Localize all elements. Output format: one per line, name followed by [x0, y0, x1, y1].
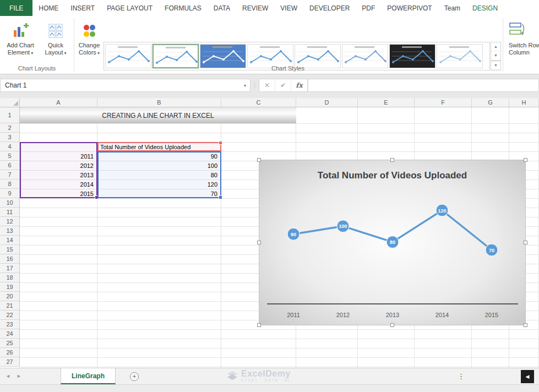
cell-b4-series-header[interactable]: Total Number of Videos Uploaded [99, 142, 220, 151]
sheet-nav-prev-icon[interactable]: ◄ [6, 373, 10, 379]
switch-row-column-button[interactable]: Switch Row/Column [505, 18, 539, 73]
column-header-D[interactable]: D [296, 98, 358, 107]
row-header-7[interactable]: 7 [0, 170, 20, 179]
column-header-F[interactable]: F [415, 98, 472, 107]
cell-a6-year[interactable]: 2012 [20, 161, 96, 170]
chart-canvas[interactable]: 20112012201320142015901008012070 [259, 160, 526, 326]
column-header-B[interactable]: B [97, 98, 221, 107]
chevron-down-icon: ▾ [31, 51, 33, 56]
scroll-left-button[interactable]: ◀ [521, 370, 534, 383]
row-header-12[interactable]: 12 [0, 217, 20, 226]
sheet-tab-linegraph[interactable]: LineGraph [61, 368, 116, 384]
row-header-6[interactable]: 6 [0, 161, 20, 170]
column-header-C[interactable]: C [221, 98, 296, 107]
chart-handle-bottom-right[interactable] [524, 323, 527, 327]
chart-handle-bottom-middle[interactable] [390, 323, 394, 327]
cell-b5-value[interactable]: 90 [97, 151, 220, 161]
cell-a7-year[interactable]: 2013 [20, 170, 96, 179]
row-header-24[interactable]: 24 [0, 329, 20, 339]
exceldemy-logo-icon [227, 371, 238, 381]
row-header-3[interactable]: 3 [0, 133, 20, 142]
cell-a9-year[interactable]: 2015 [20, 189, 96, 198]
row-header-8[interactable]: 8 [0, 179, 20, 189]
row-header-2[interactable]: 2 [0, 123, 20, 133]
row-header-26[interactable]: 26 [0, 348, 20, 357]
formula-bar-handle[interactable]: ⋮ [251, 79, 259, 92]
row-header-17[interactable]: 17 [0, 264, 20, 273]
tab-file[interactable]: FILE [0, 0, 32, 16]
row-header-20[interactable]: 20 [0, 292, 20, 301]
tab-insert[interactable]: INSERT [64, 0, 101, 16]
tab-pdf[interactable]: PDF [356, 0, 381, 16]
row-header-27[interactable]: 27 [0, 357, 20, 367]
group-label-chart-styles: Chart Styles [75, 65, 501, 72]
switch-row-column-label: Switch Row/ [509, 42, 539, 48]
insert-function-button[interactable]: fx [291, 79, 307, 91]
tab-home[interactable]: HOME [32, 0, 64, 16]
tab-view[interactable]: VIEW [274, 0, 303, 16]
column-header-H[interactable]: H [509, 98, 539, 107]
horizontal-scrollbar[interactable] [0, 384, 539, 392]
row-header-14[interactable]: 14 [0, 236, 20, 245]
chart-handle-bottom-left[interactable] [257, 323, 261, 327]
watermark-text: ExcelDemy [241, 369, 291, 378]
row-header-25[interactable]: 25 [0, 339, 20, 348]
ribbon: Add ChartElement▾ QuickLayout▾ [0, 16, 539, 74]
gallery-scroll-down-button[interactable]: ▼ [491, 51, 500, 60]
row-header-23[interactable]: 23 [0, 320, 20, 329]
excel-window: FILE HOME INSERT PAGE LAYOUT FORMULAS DA… [0, 0, 539, 392]
gallery-scroll-up-button[interactable]: ▲ [491, 42, 500, 51]
row-header-19[interactable]: 19 [0, 282, 20, 292]
name-box-dropdown-icon[interactable]: ▾ [244, 83, 250, 88]
tab-review[interactable]: REVIEW [236, 0, 274, 16]
select-all-button[interactable] [0, 98, 20, 107]
cell-a8-year[interactable]: 2014 [20, 179, 96, 189]
column-header-G[interactable]: G [472, 98, 509, 107]
formula-input[interactable] [308, 79, 539, 92]
chart-handle-top-right[interactable] [524, 158, 527, 162]
chart-object[interactable]: Total Number of Videos Uploaded 20112012… [259, 160, 526, 325]
row-header-11[interactable]: 11 [0, 208, 20, 217]
row-header-5[interactable]: 5 [0, 151, 20, 161]
chart-handle-middle-left[interactable] [257, 241, 261, 244]
gridline [20, 339, 539, 339]
row-header-4[interactable]: 4 [0, 142, 20, 151]
new-sheet-button[interactable]: + [130, 372, 139, 381]
cell-b6-value[interactable]: 100 [97, 161, 220, 170]
cell-title-a1[interactable]: CREATING A LINE CHART IN EXCEL [20, 107, 296, 123]
row-header-16[interactable]: 16 [0, 254, 20, 264]
column-header-E[interactable]: E [358, 98, 415, 107]
tab-data[interactable]: DATA [208, 0, 236, 16]
cell-a5-year[interactable]: 2011 [20, 151, 96, 161]
cell-b8-value[interactable]: 120 [97, 179, 220, 189]
row-header-1[interactable]: 1 [0, 107, 20, 123]
tab-page-layout[interactable]: PAGE LAYOUT [101, 0, 159, 16]
row-header-18[interactable]: 18 [0, 273, 20, 282]
tab-formulas[interactable]: FORMULAS [159, 0, 208, 16]
row-header-13[interactable]: 13 [0, 226, 20, 236]
row-header-22[interactable]: 22 [0, 311, 20, 320]
tab-powerpivot[interactable]: POWERPIVOT [381, 0, 438, 16]
switch-row-column-icon [509, 21, 525, 40]
gridline [20, 123, 539, 124]
tab-developer[interactable]: DEVELOPER [303, 0, 356, 16]
formula-buttons: ✕ ✔ fx [259, 79, 308, 92]
row-header-21[interactable]: 21 [0, 301, 20, 311]
cell-b9-value[interactable]: 70 [97, 189, 220, 198]
sheet-nav-next-icon[interactable]: ► [17, 373, 21, 379]
tab-design[interactable]: DESIGN [466, 0, 504, 16]
name-box[interactable]: Chart 1 ▾ [0, 79, 251, 92]
tab-bar-options-icon[interactable]: ⋮ [458, 372, 465, 380]
chart-handle-top-middle[interactable] [390, 158, 394, 162]
cell-b7-value[interactable]: 80 [97, 170, 220, 179]
chart-handle-middle-right[interactable] [524, 241, 527, 244]
row-header-15[interactable]: 15 [0, 245, 20, 254]
axis-tick-label: 2011 [287, 312, 300, 318]
column-header-A[interactable]: A [20, 98, 97, 107]
row-header-9[interactable]: 9 [0, 189, 20, 198]
chart-handle-top-left[interactable] [257, 158, 261, 162]
row-header-10[interactable]: 10 [0, 198, 20, 208]
cancel-button[interactable]: ✕ [259, 79, 275, 91]
enter-button[interactable]: ✔ [275, 79, 291, 91]
tab-team[interactable]: Team [438, 0, 466, 16]
